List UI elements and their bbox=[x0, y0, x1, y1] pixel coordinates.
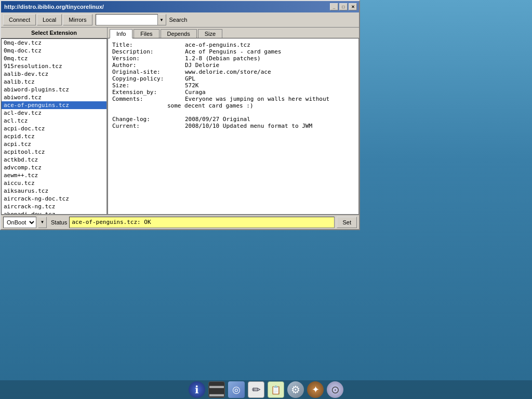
list-item[interactable]: akonadi-dev.tcz bbox=[2, 210, 107, 215]
search-input[interactable] bbox=[96, 14, 158, 25]
mirrors-button[interactable]: Mirrors bbox=[63, 14, 92, 25]
status-label: Status bbox=[51, 219, 67, 225]
main-content: Select Extension 0mq-dev.tcz0mq-doc.tcz0… bbox=[1, 28, 359, 215]
tab-files[interactable]: Files bbox=[134, 29, 159, 38]
info-icon[interactable]: ℹ bbox=[189, 381, 205, 398]
close-button[interactable]: ✕ bbox=[349, 3, 357, 10]
list-item[interactable]: 0mq.tcz bbox=[2, 55, 107, 62]
list-item[interactable]: abiword.tcz bbox=[2, 94, 107, 101]
list-item[interactable]: aircrack-ng-doc.tcz bbox=[2, 195, 107, 203]
onboot-dropdown-arrow[interactable]: ▼ bbox=[38, 217, 47, 228]
list-item[interactable]: aircrack-ng.tcz bbox=[2, 203, 107, 210]
set-button[interactable]: Set bbox=[337, 217, 357, 228]
list-item[interactable]: aewm++.tcz bbox=[2, 171, 107, 179]
tools-icon[interactable]: ✦ bbox=[307, 381, 324, 398]
search-dropdown-arrow[interactable]: ▼ bbox=[158, 14, 166, 25]
list-item[interactable]: acpitool.tcz bbox=[2, 148, 107, 156]
window-title: http://distro.ibiblio.org/tinycorelinux/ bbox=[3, 4, 330, 10]
list-item[interactable]: aiccu.tcz bbox=[2, 179, 107, 187]
list-item[interactable]: aalib-dev.tcz bbox=[2, 70, 107, 78]
tab-depends[interactable]: Depends bbox=[161, 29, 197, 38]
local-button[interactable]: Local bbox=[37, 14, 62, 25]
title-bar-buttons: _ □ ✕ bbox=[330, 3, 357, 10]
maximize-button[interactable]: □ bbox=[339, 3, 348, 10]
list-item[interactable]: 915resolution.tcz bbox=[2, 62, 107, 70]
list-item[interactable]: acpi.tcz bbox=[2, 140, 107, 148]
list-item[interactable]: acl-dev.tcz bbox=[2, 109, 107, 117]
taskbar: ℹ ▬▬▬▬ ◎ ✏ 📋 ⚙ ✦ ⊙ bbox=[0, 380, 532, 399]
search-label: Search bbox=[169, 17, 188, 23]
toolbar: Connect Local Mirrors ▼ Search bbox=[1, 12, 359, 28]
list-item[interactable]: ace-of-penguins.tcz bbox=[2, 101, 107, 109]
settings-icon[interactable]: ⚙ bbox=[287, 381, 304, 398]
files-icon[interactable]: 📋 bbox=[268, 381, 284, 398]
info-panel: Title:ace-of-penguins.tcz Description:Ac… bbox=[108, 38, 359, 215]
list-item[interactable]: actkbd.tcz bbox=[2, 156, 107, 164]
list-item[interactable]: acpid.tcz bbox=[2, 132, 107, 140]
search-container: ▼ Search bbox=[96, 14, 188, 25]
terminal-icon[interactable]: ▬▬▬▬ bbox=[208, 381, 225, 398]
left-panel: Select Extension 0mq-dev.tcz0mq-doc.tcz0… bbox=[1, 28, 108, 215]
list-item[interactable]: abiword-plugins.tcz bbox=[2, 86, 107, 94]
connect-button[interactable]: Connect bbox=[3, 14, 36, 25]
main-window: http://distro.ibiblio.org/tinycorelinux/… bbox=[0, 0, 360, 230]
status-bar: OnBoot ▼ Status ace-of-penguins.tcz: OK … bbox=[1, 215, 359, 229]
tab-size[interactable]: Size bbox=[198, 29, 222, 38]
panel-header: Select Extension bbox=[1, 28, 107, 38]
minimize-button[interactable]: _ bbox=[330, 3, 338, 10]
title-bar: http://distro.ibiblio.org/tinycorelinux/… bbox=[1, 1, 359, 12]
edit-icon[interactable]: ✏ bbox=[248, 381, 264, 398]
list-item[interactable]: acl.tcz bbox=[2, 117, 107, 125]
status-value: ace-of-penguins.tcz: OK bbox=[69, 217, 335, 228]
onboot-select[interactable]: OnBoot bbox=[3, 217, 36, 228]
list-item[interactable]: aalib.tcz bbox=[2, 78, 107, 86]
list-item[interactable]: 0mq-doc.tcz bbox=[2, 47, 107, 55]
cd-icon[interactable]: ⊙ bbox=[327, 381, 343, 398]
browse-icon[interactable]: ◎ bbox=[228, 381, 245, 398]
list-item[interactable]: advcomp.tcz bbox=[2, 164, 107, 171]
list-item[interactable]: aiksaurus.tcz bbox=[2, 187, 107, 195]
right-panel: Info Files Depends Size Title:ace-of-pen… bbox=[108, 28, 359, 215]
extension-list: 0mq-dev.tcz0mq-doc.tcz0mq.tcz915resoluti… bbox=[1, 38, 107, 215]
list-item[interactable]: 0mq-dev.tcz bbox=[2, 39, 107, 47]
list-item[interactable]: acpi-doc.tcz bbox=[2, 125, 107, 132]
list-container: 0mq-dev.tcz0mq-doc.tcz0mq.tcz915resoluti… bbox=[1, 38, 107, 215]
tab-info[interactable]: Info bbox=[110, 29, 132, 38]
tabs: Info Files Depends Size bbox=[108, 28, 359, 38]
